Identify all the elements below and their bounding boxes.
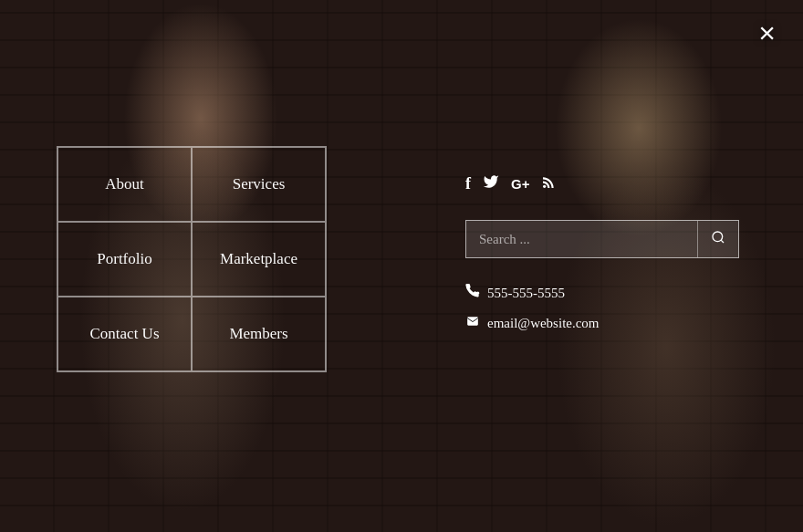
- search-bar: [465, 220, 739, 258]
- googleplus-icon[interactable]: G+: [511, 176, 529, 192]
- email-icon: [465, 315, 480, 331]
- contact-info: 555-555-5555 email@website.com: [465, 284, 739, 331]
- rss-icon[interactable]: [540, 174, 557, 194]
- phone-icon: [465, 284, 480, 302]
- nav-row-2: Portfolio Marketplace: [57, 222, 326, 297]
- nav-row-1: About Services: [57, 147, 326, 222]
- nav-services[interactable]: Services: [192, 147, 326, 222]
- svg-point-1: [713, 232, 723, 242]
- search-input[interactable]: [466, 223, 697, 256]
- close-button[interactable]: ×: [758, 18, 776, 47]
- twitter-icon[interactable]: [482, 173, 500, 194]
- email-address: email@website.com: [487, 316, 600, 331]
- navigation-grid: About Services Portfolio Marketplace Con…: [57, 146, 327, 372]
- nav-members[interactable]: Members: [192, 297, 326, 371]
- nav-portfolio[interactable]: Portfolio: [57, 222, 192, 297]
- search-button[interactable]: [697, 221, 738, 257]
- svg-line-2: [721, 240, 724, 243]
- svg-point-0: [543, 184, 546, 187]
- phone-number: 555-555-5555: [487, 286, 565, 301]
- nav-row-3: Contact Us Members: [57, 297, 326, 371]
- right-panel: f G+ 555-55: [465, 173, 739, 331]
- email-item: email@website.com: [465, 315, 739, 331]
- nav-contact[interactable]: Contact Us: [57, 297, 192, 371]
- menu-overlay: × About Services Portfolio Marketplace C…: [0, 0, 803, 532]
- nav-about[interactable]: About: [57, 147, 192, 222]
- search-icon: [711, 230, 725, 245]
- nav-marketplace[interactable]: Marketplace: [192, 222, 326, 297]
- phone-item: 555-555-5555: [465, 284, 739, 302]
- facebook-icon[interactable]: f: [465, 174, 471, 193]
- social-icons-group: f G+: [465, 173, 739, 194]
